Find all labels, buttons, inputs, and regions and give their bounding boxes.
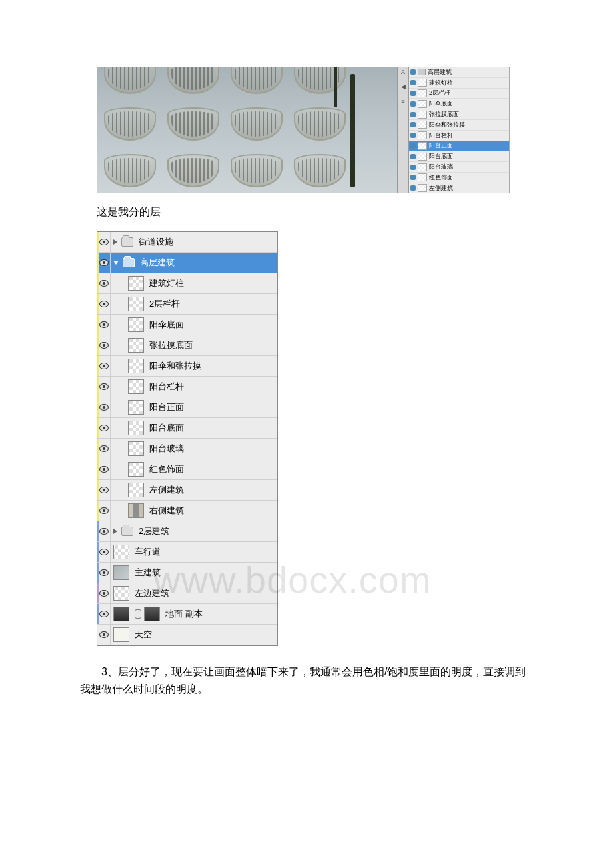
visibility-toggle[interactable] (97, 521, 111, 541)
visibility-icon[interactable] (410, 133, 416, 138)
layer-label: 天空 (135, 629, 152, 641)
eye-icon (99, 342, 109, 349)
visibility-icon[interactable] (410, 185, 416, 191)
visibility-toggle[interactable] (97, 480, 111, 500)
layer-row[interactable]: 阳伞和张拉摸 (97, 356, 277, 377)
layer-row[interactable]: 左边建筑 (97, 583, 277, 604)
visibility-toggle[interactable] (97, 397, 111, 417)
visibility-toggle[interactable] (97, 253, 111, 273)
layer-group-row[interactable]: 2层建筑 (97, 521, 277, 542)
visibility-icon[interactable] (410, 80, 416, 85)
mini-layer-item[interactable]: 阳伞底面 (409, 99, 509, 109)
mini-layer-item[interactable]: 阳台正面 (409, 141, 509, 152)
layer-thumbnail (128, 317, 144, 332)
layer-label: 张拉摸底面 (149, 339, 193, 351)
layer-group-row[interactable]: 高层建筑 (97, 253, 277, 273)
mini-layer-item[interactable]: 2层栏杆 (409, 89, 509, 99)
layer-group-row[interactable]: 街道设施 (97, 232, 277, 253)
layer-content: 阳台正面 (111, 397, 277, 417)
mini-layer-item[interactable]: 红色饰面 (409, 173, 509, 183)
mini-layer-item[interactable]: 阳伞和张拉膜 (409, 120, 509, 131)
mini-layer-label: 阳台栏杆 (429, 131, 453, 140)
link-icon (135, 609, 141, 619)
mini-layer-item[interactable]: 建筑灯柱 (409, 78, 509, 89)
mini-layer-label: 建筑灯柱 (429, 79, 453, 87)
mini-layer-label: 阳台正面 (429, 141, 453, 150)
visibility-toggle[interactable] (97, 418, 111, 438)
visibility-toggle[interactable] (97, 232, 111, 252)
visibility-icon[interactable] (410, 91, 416, 96)
layer-content: 左侧建筑 (111, 480, 277, 500)
layer-row[interactable]: 阳台栏杆 (97, 377, 277, 397)
disclosure-triangle-open-icon[interactable] (113, 261, 119, 265)
visibility-toggle[interactable] (97, 583, 111, 603)
mini-layer-item[interactable]: 左侧建筑 (409, 183, 509, 193)
visibility-toggle[interactable] (97, 315, 111, 335)
layer-thumbnail (418, 89, 427, 97)
visibility-toggle[interactable] (97, 294, 111, 314)
layer-row[interactable]: 天空 (97, 625, 277, 645)
visibility-toggle[interactable] (97, 501, 111, 521)
visibility-icon[interactable] (410, 69, 416, 75)
layer-label: 阳伞和张拉摸 (149, 360, 201, 372)
eye-icon (99, 528, 109, 535)
visibility-toggle[interactable] (97, 542, 111, 562)
visibility-icon[interactable] (410, 154, 416, 159)
visibility-toggle[interactable] (97, 604, 111, 624)
visibility-icon[interactable] (410, 122, 416, 127)
mini-layer-item[interactable]: 阳台玻璃 (409, 162, 509, 173)
visibility-icon[interactable] (410, 143, 416, 149)
mini-layer-label: 阳台底面 (429, 152, 453, 161)
layer-row[interactable]: 阳台正面 (97, 397, 277, 418)
layer-row[interactable]: 主建筑 (97, 563, 277, 583)
layer-row[interactable]: 张拉摸底面 (97, 335, 277, 356)
eye-icon (99, 487, 109, 493)
layer-row[interactable]: 2层栏杆 (97, 294, 277, 315)
mini-layer-item[interactable]: 阳台底面 (409, 151, 509, 162)
layer-thumbnail (418, 100, 427, 108)
layer-row[interactable]: 左侧建筑 (97, 480, 277, 501)
building-photo (97, 67, 397, 193)
folder-icon (121, 527, 133, 536)
layer-row[interactable]: 阳伞底面 (97, 315, 277, 335)
layer-thumbnail (418, 184, 427, 192)
layer-thumbnail (128, 359, 144, 373)
visibility-icon[interactable] (410, 175, 416, 180)
layer-thumbnail (128, 400, 144, 415)
eye-icon (99, 280, 109, 287)
visibility-toggle[interactable] (97, 335, 111, 355)
layer-content: 左边建筑 (111, 583, 277, 603)
layer-label: 地面 副本 (165, 608, 203, 620)
disclosure-triangle-closed-icon[interactable] (113, 239, 117, 245)
layer-row[interactable]: 车行道 (97, 542, 277, 563)
layer-row[interactable]: 阳台玻璃 (97, 439, 277, 459)
disclosure-triangle-closed-icon[interactable] (113, 529, 117, 534)
visibility-toggle[interactable] (97, 439, 111, 459)
layer-content: 右侧建筑 (111, 501, 277, 521)
layer-label: 右侧建筑 (149, 505, 184, 517)
visibility-icon[interactable] (410, 101, 416, 107)
mini-layer-item[interactable]: 张拉膜底面 (409, 109, 509, 120)
mini-layer-label: 2层栏杆 (429, 89, 450, 97)
layer-row[interactable]: 地面 副本 (97, 604, 277, 625)
layer-row[interactable]: 建筑灯柱 (97, 273, 277, 294)
layer-content: 阳台栏杆 (111, 377, 277, 397)
layer-thumbnail (128, 379, 144, 394)
visibility-toggle[interactable] (97, 273, 111, 293)
visibility-toggle[interactable] (97, 459, 111, 479)
eye-icon (99, 611, 109, 617)
visibility-toggle[interactable] (97, 563, 111, 583)
layer-row[interactable]: 阳台底面 (97, 418, 277, 439)
visibility-icon[interactable] (410, 112, 416, 117)
visibility-toggle[interactable] (97, 377, 111, 397)
visibility-toggle[interactable] (97, 356, 111, 376)
eye-icon (99, 631, 109, 638)
mini-layer-item[interactable]: 阳台栏杆 (409, 131, 509, 141)
mini-layer-group[interactable]: 高层建筑 (409, 67, 509, 78)
layer-row[interactable]: 红色饰面 (97, 459, 277, 480)
visibility-toggle[interactable] (97, 625, 111, 645)
eye-icon (99, 569, 109, 576)
layer-row[interactable]: 右侧建筑 (97, 501, 277, 521)
layer-label: 2层栏杆 (149, 298, 180, 310)
visibility-icon[interactable] (410, 165, 416, 170)
